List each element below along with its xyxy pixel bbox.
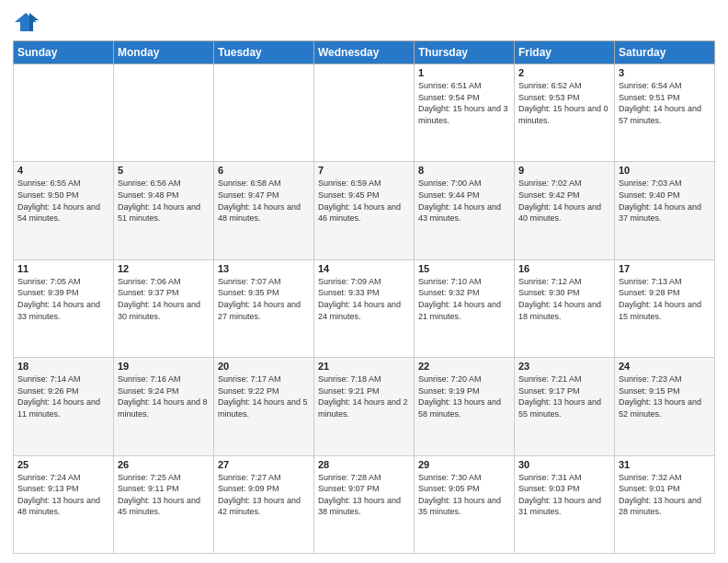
- day-info: Sunrise: 6:51 AM Sunset: 9:54 PM Dayligh…: [418, 80, 510, 126]
- calendar-cell: 21 Sunrise: 7:18 AM Sunset: 9:21 PM Dayl…: [314, 358, 415, 455]
- calendar-cell: 4 Sunrise: 6:55 AM Sunset: 9:50 PM Dayli…: [14, 162, 114, 259]
- week-row-5: 25 Sunrise: 7:24 AM Sunset: 9:13 PM Dayl…: [14, 455, 715, 553]
- day-number: 25: [17, 459, 109, 470]
- day-number: 17: [619, 263, 711, 274]
- day-info: Sunrise: 6:56 AM Sunset: 9:48 PM Dayligh…: [118, 178, 210, 224]
- day-number: 13: [218, 263, 310, 274]
- calendar-cell: 26 Sunrise: 7:25 AM Sunset: 9:11 PM Dayl…: [114, 455, 214, 553]
- calendar-cell: 13 Sunrise: 7:07 AM Sunset: 9:35 PM Dayl…: [214, 259, 314, 357]
- day-info: Sunrise: 6:58 AM Sunset: 9:47 PM Dayligh…: [218, 178, 310, 224]
- calendar-cell: [14, 64, 114, 162]
- day-number: 16: [518, 263, 610, 274]
- weekday-header-saturday: Saturday: [615, 41, 715, 64]
- day-info: Sunrise: 7:06 AM Sunset: 9:37 PM Dayligh…: [118, 276, 210, 322]
- weekday-header-thursday: Thursday: [415, 41, 515, 64]
- day-number: 8: [418, 165, 510, 176]
- day-number: 20: [218, 361, 310, 372]
- day-info: Sunrise: 7:14 AM Sunset: 9:26 PM Dayligh…: [17, 373, 109, 419]
- logo: [13, 9, 42, 35]
- day-info: Sunrise: 7:05 AM Sunset: 9:39 PM Dayligh…: [17, 276, 109, 322]
- calendar-cell: 7 Sunrise: 6:59 AM Sunset: 9:45 PM Dayli…: [314, 162, 415, 259]
- calendar-cell: 25 Sunrise: 7:24 AM Sunset: 9:13 PM Dayl…: [14, 455, 114, 553]
- day-number: 2: [518, 67, 610, 78]
- day-number: 30: [518, 459, 610, 470]
- day-number: 18: [17, 361, 109, 372]
- week-row-2: 4 Sunrise: 6:55 AM Sunset: 9:50 PM Dayli…: [14, 162, 715, 259]
- day-number: 19: [118, 361, 210, 372]
- calendar-cell: [114, 64, 214, 162]
- day-info: Sunrise: 7:10 AM Sunset: 9:32 PM Dayligh…: [418, 276, 510, 322]
- weekday-header-tuesday: Tuesday: [214, 41, 314, 64]
- day-info: Sunrise: 7:28 AM Sunset: 9:07 PM Dayligh…: [318, 472, 410, 518]
- calendar-cell: 29 Sunrise: 7:30 AM Sunset: 9:05 PM Dayl…: [415, 455, 515, 553]
- day-info: Sunrise: 7:25 AM Sunset: 9:11 PM Dayligh…: [118, 472, 210, 518]
- svg-marker-0: [15, 13, 37, 31]
- day-info: Sunrise: 7:12 AM Sunset: 9:30 PM Dayligh…: [518, 276, 610, 322]
- day-number: 5: [118, 165, 210, 176]
- calendar-cell: 31 Sunrise: 7:32 AM Sunset: 9:01 PM Dayl…: [615, 455, 715, 553]
- calendar-cell: 8 Sunrise: 7:00 AM Sunset: 9:44 PM Dayli…: [415, 162, 515, 259]
- day-number: 26: [118, 459, 210, 470]
- week-row-4: 18 Sunrise: 7:14 AM Sunset: 9:26 PM Dayl…: [14, 358, 715, 455]
- day-info: Sunrise: 7:09 AM Sunset: 9:33 PM Dayligh…: [318, 276, 410, 322]
- calendar-cell: 2 Sunrise: 6:52 AM Sunset: 9:53 PM Dayli…: [515, 64, 615, 162]
- day-info: Sunrise: 7:32 AM Sunset: 9:01 PM Dayligh…: [619, 472, 711, 518]
- calendar-cell: 12 Sunrise: 7:06 AM Sunset: 9:37 PM Dayl…: [114, 259, 214, 357]
- day-info: Sunrise: 6:54 AM Sunset: 9:51 PM Dayligh…: [619, 80, 711, 126]
- calendar-cell: 15 Sunrise: 7:10 AM Sunset: 9:32 PM Dayl…: [415, 259, 515, 357]
- day-number: 14: [318, 263, 410, 274]
- day-info: Sunrise: 7:24 AM Sunset: 9:13 PM Dayligh…: [17, 472, 109, 518]
- header: [13, 9, 715, 35]
- day-info: Sunrise: 7:23 AM Sunset: 9:15 PM Dayligh…: [619, 373, 711, 419]
- page: SundayMondayTuesdayWednesdayThursdayFrid…: [0, 0, 728, 563]
- day-number: 21: [318, 361, 410, 372]
- calendar-table: SundayMondayTuesdayWednesdayThursdayFrid…: [13, 40, 715, 554]
- calendar-cell: 16 Sunrise: 7:12 AM Sunset: 9:30 PM Dayl…: [515, 259, 615, 357]
- weekday-header-friday: Friday: [515, 41, 615, 64]
- calendar-cell: 14 Sunrise: 7:09 AM Sunset: 9:33 PM Dayl…: [314, 259, 415, 357]
- weekday-header-row: SundayMondayTuesdayWednesdayThursdayFrid…: [14, 41, 715, 64]
- calendar-cell: 3 Sunrise: 6:54 AM Sunset: 9:51 PM Dayli…: [615, 64, 715, 162]
- calendar-cell: 30 Sunrise: 7:31 AM Sunset: 9:03 PM Dayl…: [515, 455, 615, 553]
- day-info: Sunrise: 7:31 AM Sunset: 9:03 PM Dayligh…: [518, 472, 610, 518]
- day-number: 12: [118, 263, 210, 274]
- logo-icon: [13, 9, 39, 35]
- day-number: 11: [17, 263, 109, 274]
- day-info: Sunrise: 7:02 AM Sunset: 9:42 PM Dayligh…: [518, 178, 610, 224]
- day-info: Sunrise: 7:30 AM Sunset: 9:05 PM Dayligh…: [418, 472, 510, 518]
- day-info: Sunrise: 7:27 AM Sunset: 9:09 PM Dayligh…: [218, 472, 310, 518]
- weekday-header-wednesday: Wednesday: [314, 41, 415, 64]
- day-info: Sunrise: 6:55 AM Sunset: 9:50 PM Dayligh…: [17, 178, 109, 224]
- calendar-cell: 10 Sunrise: 7:03 AM Sunset: 9:40 PM Dayl…: [615, 162, 715, 259]
- day-info: Sunrise: 7:03 AM Sunset: 9:40 PM Dayligh…: [619, 178, 711, 224]
- day-info: Sunrise: 7:17 AM Sunset: 9:22 PM Dayligh…: [218, 373, 310, 419]
- day-number: 23: [518, 361, 610, 372]
- calendar-cell: 6 Sunrise: 6:58 AM Sunset: 9:47 PM Dayli…: [214, 162, 314, 259]
- day-number: 24: [619, 361, 711, 372]
- calendar-cell: 22 Sunrise: 7:20 AM Sunset: 9:19 PM Dayl…: [415, 358, 515, 455]
- day-number: 10: [619, 165, 711, 176]
- day-info: Sunrise: 7:07 AM Sunset: 9:35 PM Dayligh…: [218, 276, 310, 322]
- week-row-1: 1 Sunrise: 6:51 AM Sunset: 9:54 PM Dayli…: [14, 64, 715, 162]
- day-info: Sunrise: 7:00 AM Sunset: 9:44 PM Dayligh…: [418, 178, 510, 224]
- day-number: 6: [218, 165, 310, 176]
- day-number: 1: [418, 67, 510, 78]
- calendar-cell: 9 Sunrise: 7:02 AM Sunset: 9:42 PM Dayli…: [515, 162, 615, 259]
- calendar-cell: 19 Sunrise: 7:16 AM Sunset: 9:24 PM Dayl…: [114, 358, 214, 455]
- calendar-cell: 23 Sunrise: 7:21 AM Sunset: 9:17 PM Dayl…: [515, 358, 615, 455]
- day-info: Sunrise: 6:52 AM Sunset: 9:53 PM Dayligh…: [518, 80, 610, 126]
- calendar-cell: 27 Sunrise: 7:27 AM Sunset: 9:09 PM Dayl…: [214, 455, 314, 553]
- day-info: Sunrise: 7:21 AM Sunset: 9:17 PM Dayligh…: [518, 373, 610, 419]
- calendar-cell: 24 Sunrise: 7:23 AM Sunset: 9:15 PM Dayl…: [615, 358, 715, 455]
- day-info: Sunrise: 7:18 AM Sunset: 9:21 PM Dayligh…: [318, 373, 410, 419]
- calendar-cell: 1 Sunrise: 6:51 AM Sunset: 9:54 PM Dayli…: [415, 64, 515, 162]
- day-number: 7: [318, 165, 410, 176]
- day-number: 27: [218, 459, 310, 470]
- weekday-header-monday: Monday: [114, 41, 214, 64]
- day-number: 28: [318, 459, 410, 470]
- day-number: 3: [619, 67, 711, 78]
- day-number: 29: [418, 459, 510, 470]
- day-info: Sunrise: 6:59 AM Sunset: 9:45 PM Dayligh…: [318, 178, 410, 224]
- calendar-cell: 20 Sunrise: 7:17 AM Sunset: 9:22 PM Dayl…: [214, 358, 314, 455]
- day-number: 4: [17, 165, 109, 176]
